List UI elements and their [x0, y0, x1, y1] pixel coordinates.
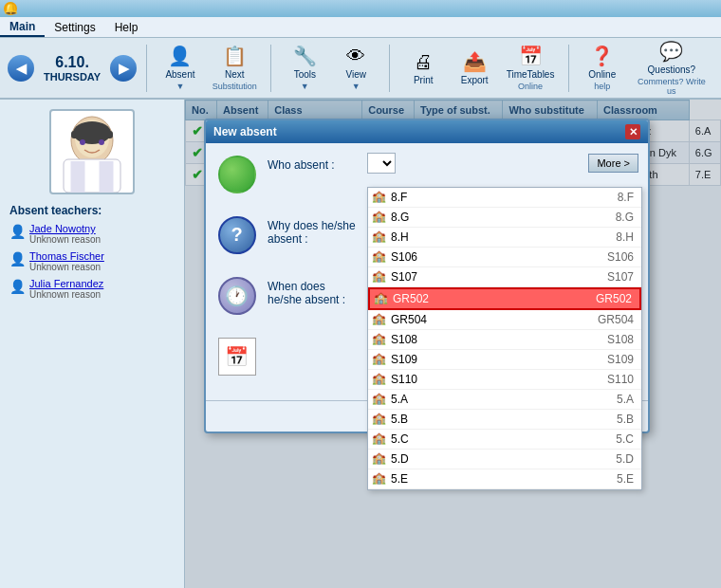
- questions-label: Questions?: [648, 64, 696, 75]
- questions-button[interactable]: 💬 Questions? Comments? Write us: [630, 36, 713, 100]
- item-name: 5.B: [391, 413, 581, 426]
- dropdown-item[interactable]: 🏫 8.G 8.G: [368, 208, 641, 228]
- item-flag-icon: 🏫: [372, 451, 387, 467]
- clock-icon: 🕐: [218, 277, 256, 315]
- print-button[interactable]: 🖨 Print: [399, 47, 447, 89]
- item-code: S110: [581, 373, 638, 386]
- teacher-item-1: 👤 Jade Nowotny Unknown reason: [9, 223, 175, 245]
- toolbar: ◀ 6.10. THURSDAY ▶ 👤 Absent ▼ 📋 Next Sub…: [0, 38, 721, 100]
- next-substitution-icon: 📋: [223, 45, 247, 67]
- dropdown-item[interactable]: 🏫 5.A 5.A: [368, 390, 641, 410]
- view-sublabel: ▼: [352, 82, 360, 91]
- menu-main[interactable]: Main: [0, 18, 45, 37]
- export-label: Export: [461, 75, 489, 85]
- item-flag-icon: 🏫: [372, 352, 387, 367]
- dropdown-item[interactable]: 🏫 GR504 GR504: [368, 310, 641, 330]
- item-flag-icon: 🏫: [372, 249, 387, 265]
- title-bar: 🔔: [0, 0, 721, 17]
- item-name: 5.E: [391, 472, 581, 486]
- svg-point-5: [80, 139, 85, 145]
- content-area: No. Absent Class Course Type of subst. W…: [185, 100, 721, 588]
- who-absent-dropdown-container: 🏫 8.F 8.F 🏫 8.G 8.G 🏫 8.H 8.H 🏫 S106 S10…: [367, 153, 582, 174]
- item-code: S106: [581, 250, 638, 264]
- svg-point-6: [99, 139, 104, 145]
- dropdown-item[interactable]: 🏫 5.D 5.D: [368, 450, 641, 469]
- when-absent-label: When does he/she absent :: [268, 274, 358, 306]
- dropdown-item[interactable]: 🏫 8.H 8.H: [368, 228, 641, 248]
- green-circle-icon: [218, 156, 256, 193]
- teacher-name-2[interactable]: Thomas Fischer: [29, 250, 104, 262]
- nav-next-button[interactable]: ▶: [110, 55, 137, 82]
- dropdown-item[interactable]: 🏫 S110 S110: [368, 370, 641, 390]
- dialog-title-bar: New absent ✕: [206, 120, 648, 143]
- who-absent-label: Who absent :: [268, 153, 358, 172]
- dropdown-item[interactable]: 🏫 S108 S108: [368, 330, 641, 350]
- who-absent-controls: 🏫 8.F 8.F 🏫 8.G 8.G 🏫 8.H 8.H 🏫 S106 S10…: [367, 153, 638, 174]
- item-flag-icon: 🏫: [372, 230, 387, 245]
- dropdown-item[interactable]: 🏫 5.B 5.B: [368, 410, 641, 430]
- item-flag-icon: 🏫: [372, 471, 387, 487]
- dialog-close-button[interactable]: ✕: [625, 124, 640, 139]
- menu-settings[interactable]: Settings: [45, 19, 104, 36]
- teacher-reason-2: Unknown reason: [29, 262, 104, 272]
- dropdown-item[interactable]: 🏫 S107 S107: [368, 267, 641, 287]
- teacher-icon-2: 👤: [9, 251, 26, 266]
- view-label: View: [346, 69, 367, 80]
- questions-icon: 💬: [659, 40, 683, 63]
- item-flag-icon: 🏫: [372, 432, 387, 447]
- absent-label: Absent: [165, 69, 194, 80]
- nav-prev-button[interactable]: ◀: [8, 55, 34, 82]
- next-substitution-button[interactable]: 📋 Next Substitution: [208, 41, 262, 95]
- dropdown-item[interactable]: 🏫 5.C 5.C: [368, 430, 641, 450]
- dropdown-list[interactable]: 🏫 8.F 8.F 🏫 8.G 8.G 🏫 8.H 8.H 🏫 S106 S10…: [367, 187, 642, 490]
- item-code: 5.D: [581, 452, 638, 466]
- timetables-sublabel: Online: [518, 82, 543, 91]
- toolbar-separator-3: [389, 45, 390, 92]
- who-absent-row: Who absent : 🏫 8.F 8.F 🏫 8.G 8.G: [215, 153, 638, 200]
- dropdown-item[interactable]: 🏫 S109 S109: [368, 350, 641, 370]
- export-icon: 📤: [463, 50, 487, 73]
- item-flag-icon: 🏫: [372, 372, 387, 387]
- item-code: 5.E: [581, 472, 638, 486]
- dropdown-item[interactable]: 🏫 S106 S106: [368, 248, 641, 267]
- item-code: S109: [581, 353, 638, 366]
- item-code: 5.C: [581, 432, 638, 446]
- when-icon-area: 🕐: [215, 274, 258, 317]
- who-absent-select[interactable]: [367, 153, 396, 174]
- export-button[interactable]: 📤 Export: [451, 46, 498, 89]
- dialog-body: Who absent : 🏫 8.F 8.F 🏫 8.G 8.G: [206, 143, 648, 400]
- svg-rect-4: [71, 131, 113, 138]
- nav-controls: ◀ 6.10. THURSDAY ▶: [8, 54, 137, 83]
- dialog-title-text: New absent: [213, 125, 277, 138]
- item-flag-icon: 🏫: [372, 332, 387, 347]
- why-icon-area: ?: [215, 213, 258, 256]
- online-help-label: Online: [588, 69, 616, 80]
- current-day: THURSDAY: [44, 71, 101, 83]
- dropdown-item[interactable]: 🏫 GR502 GR502: [368, 287, 641, 310]
- more-button[interactable]: More >: [588, 154, 638, 173]
- new-absent-dialog: New absent ✕ Who absent :: [204, 119, 650, 433]
- item-name: 8.G: [391, 211, 581, 224]
- online-help-sublabel: help: [594, 82, 610, 91]
- dropdown-item[interactable]: 🏫 5.E 5.E: [368, 469, 641, 489]
- who-absent-icon-area: [215, 153, 258, 195]
- tools-label: Tools: [294, 69, 316, 80]
- online-help-button[interactable]: ❓ Online help: [579, 41, 626, 95]
- teacher-name-1[interactable]: Jade Nowotny: [29, 223, 101, 234]
- timetables-online-button[interactable]: 📅 TimeTables Online: [502, 41, 559, 95]
- tools-button[interactable]: 🔧 Tools ▼: [281, 41, 328, 95]
- dropdown-item[interactable]: 🏫 5.F 5.F: [368, 489, 641, 490]
- dropdown-item[interactable]: 🏫 8.F 8.F: [368, 188, 641, 208]
- menu-bar: Main Settings Help: [0, 17, 721, 38]
- item-code: GR504: [581, 313, 638, 326]
- absent-button[interactable]: 👤 Absent ▼: [157, 41, 204, 95]
- teacher-name-3[interactable]: Julia Fernandez: [29, 278, 103, 289]
- item-name: S108: [391, 333, 581, 346]
- item-name: 5.C: [391, 432, 581, 446]
- item-flag-icon: 🏫: [372, 392, 387, 407]
- item-name: GR504: [391, 313, 581, 326]
- online-help-icon: ❓: [590, 45, 614, 67]
- menu-help[interactable]: Help: [105, 19, 148, 36]
- item-code: 8.H: [581, 230, 638, 244]
- view-button[interactable]: 👁 View ▼: [332, 42, 379, 95]
